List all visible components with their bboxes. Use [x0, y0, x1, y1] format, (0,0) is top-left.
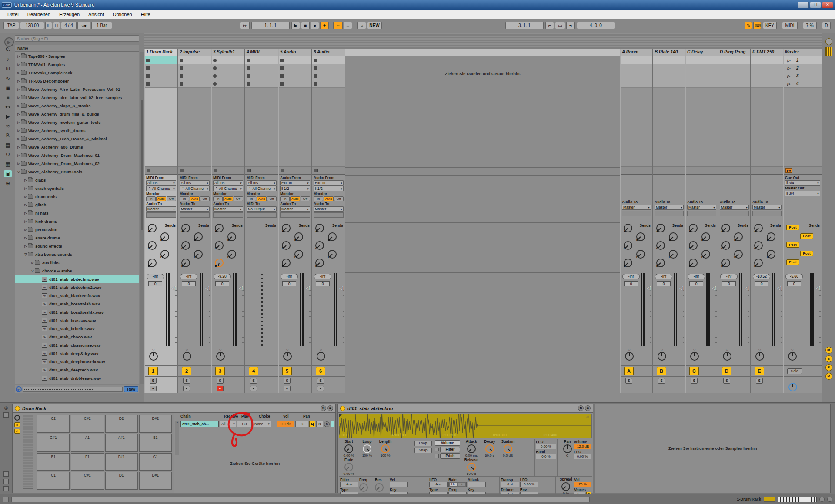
- browser-folder-item[interactable]: ▷crash cymbals: [15, 184, 139, 192]
- fader-handle[interactable]: ◁: [238, 286, 243, 290]
- cue-volume-knob[interactable]: [788, 383, 797, 391]
- chain-speaker-icon[interactable]: [309, 421, 315, 427]
- sample-save-icon[interactable]: ◙: [585, 405, 591, 411]
- preview-waveform[interactable]: [23, 387, 123, 392]
- volume-db-field[interactable]: 0: [755, 281, 768, 286]
- arm-button[interactable]: ●: [217, 386, 224, 391]
- overdub-button[interactable]: +: [320, 22, 329, 29]
- send-knob-C[interactable]: C: [721, 241, 730, 250]
- solo-button[interactable]: S: [217, 378, 224, 384]
- clip-slot[interactable]: [178, 80, 211, 88]
- peak-level-display[interactable]: -9.28: [214, 274, 231, 279]
- browser-folder-item[interactable]: ▷percussion: [15, 225, 139, 234]
- drum-pad[interactable]: A1: [71, 434, 104, 452]
- chain-volume-field[interactable]: 0.0 dB: [277, 421, 294, 427]
- scene-scroll-icon[interactable]: —: [825, 38, 832, 45]
- info-icon[interactable]: ◎: [4, 405, 8, 410]
- drum-pad[interactable]: G1: [139, 453, 172, 471]
- track-title[interactable]: 1 Drum Rack: [145, 49, 177, 56]
- session-record-button[interactable]: ○: [357, 22, 366, 29]
- browser-file-item[interactable]: ∿dt01_stab_borattoishfx.wav: [15, 308, 139, 316]
- collapsed-arrow-icon[interactable]: ▷: [17, 80, 21, 83]
- output-type-select[interactable]: Master: [280, 206, 310, 212]
- browser-folder-item[interactable]: ▽Wave_Alchemy_DrumTools: [15, 168, 139, 176]
- monitor-in-button[interactable]: In: [146, 196, 156, 201]
- monitor-auto-button[interactable]: Auto: [324, 196, 333, 201]
- track-title[interactable]: 5 Audio: [279, 49, 311, 56]
- hot-swap-icon[interactable]: ↻: [321, 405, 326, 411]
- computer-midi-keyboard-button[interactable]: ⌨: [753, 22, 761, 29]
- browser-folder-item[interactable]: ▷Wave_Alchemy_606_Drums: [15, 143, 139, 151]
- send-knob-B[interactable]: B: [636, 232, 645, 241]
- sample-length-value[interactable]: 100 %: [376, 454, 394, 458]
- pitch-transp-value-1[interactable]: 0 st: [501, 482, 519, 487]
- input-type-select[interactable]: Ext. In: [280, 180, 310, 186]
- current-project-icon[interactable]: ▦: [4, 161, 12, 168]
- send-knob-C[interactable]: C: [656, 241, 665, 250]
- monitor-off-button[interactable]: Off: [267, 196, 277, 201]
- clip-slot[interactable]: [212, 72, 244, 80]
- send-knob-C[interactable]: C: [689, 241, 698, 250]
- send-knob-C[interactable]: C: [315, 241, 324, 250]
- send-knob-A[interactable]: A: [148, 224, 157, 232]
- volume-db-field[interactable]: 0: [282, 281, 296, 286]
- track-title[interactable]: 4 MIDI: [245, 49, 278, 56]
- monitor-auto-button[interactable]: Auto: [190, 196, 199, 201]
- output-type-select[interactable]: Master: [655, 205, 684, 210]
- send-knob-A[interactable]: A: [624, 224, 632, 232]
- collapsed-arrow-icon[interactable]: ▷: [23, 212, 28, 215]
- post-button[interactable]: Post: [800, 251, 813, 256]
- browser-folder-item[interactable]: ▷Wave_Achemy_synth_drums: [15, 126, 139, 135]
- cue-out-select[interactable]: ‖ 3/4: [785, 180, 820, 186]
- drum-pad[interactable]: E1: [37, 453, 70, 471]
- send-knob-E[interactable]: E: [181, 259, 190, 267]
- browser-file-item[interactable]: ∿dt01_stab_choco.wav: [15, 333, 139, 341]
- solo-button[interactable]: S: [284, 378, 291, 384]
- collapsed-arrow-icon[interactable]: ▷: [17, 104, 21, 108]
- post-button[interactable]: Post: [786, 225, 799, 230]
- clip-slot[interactable]: [718, 56, 750, 64]
- clip-slot[interactable]: [751, 56, 783, 64]
- browser-folder-item[interactable]: ▽xtra bonus sounds: [15, 250, 139, 259]
- send-knob-A[interactable]: A: [215, 224, 224, 232]
- collapsed-arrow-icon[interactable]: ▷: [17, 88, 21, 91]
- clip-slot[interactable]: [718, 80, 750, 88]
- reenable-automation-button[interactable]: ←: [344, 22, 352, 29]
- send-knob-B[interactable]: B: [194, 232, 203, 241]
- arm-button[interactable]: ●: [183, 386, 190, 391]
- input-type-select[interactable]: All Ins: [213, 180, 243, 186]
- choke-select[interactable]: None: [253, 421, 271, 427]
- collapsed-arrow-icon[interactable]: ▷: [23, 228, 28, 232]
- browser-folder-item[interactable]: ▽chords & stabs: [15, 267, 139, 275]
- monitor-in-button[interactable]: In: [180, 196, 189, 201]
- clip-slot[interactable]: [621, 56, 652, 64]
- clip-slot[interactable]: [245, 80, 278, 88]
- send-knob-D[interactable]: D: [701, 250, 710, 259]
- volume-db-field[interactable]: 0: [316, 281, 330, 286]
- track-title[interactable]: 2 Impulse: [178, 49, 211, 56]
- return-activator-button[interactable]: A: [624, 367, 634, 375]
- track-title[interactable]: 6 Audio: [312, 49, 345, 56]
- stop-all-track-clips-button[interactable]: [180, 169, 184, 172]
- pan-knob[interactable]: [216, 352, 225, 361]
- volume-db-field[interactable]: 0: [689, 281, 703, 286]
- chain-pan-field[interactable]: C: [295, 421, 308, 427]
- output-type-select[interactable]: Master: [720, 205, 749, 210]
- browser-folder-item[interactable]: ▷TR-505 DeComposer: [15, 77, 139, 85]
- send-knob-D[interactable]: D: [767, 250, 775, 259]
- vel-value[interactable]: 70 %: [574, 482, 591, 487]
- chain-row[interactable]: dt01_stab_ab... All C3 None ⋮ 0.0 dB C S…: [180, 421, 334, 428]
- send-knob-B[interactable]: B: [734, 232, 743, 241]
- menu-item-hilfe[interactable]: Hilfe: [137, 11, 154, 18]
- env-sustain-knob[interactable]: [504, 444, 512, 453]
- collapsed-arrow-icon[interactable]: ▷: [17, 113, 21, 116]
- collapsed-arrow-icon[interactable]: ▷: [17, 137, 21, 141]
- solo-button[interactable]: S: [723, 378, 730, 384]
- returns-section-toggle-icon[interactable]: R: [825, 364, 832, 371]
- sample-fade-value[interactable]: 0.00 %: [340, 472, 358, 476]
- tab-checkbox[interactable]: [435, 448, 439, 451]
- snap-toggle-button[interactable]: Snap: [414, 448, 432, 453]
- collapsed-arrow-icon[interactable]: ▷: [23, 245, 28, 248]
- clip-slot[interactable]: [653, 80, 685, 88]
- track-title[interactable]: Master: [784, 49, 822, 56]
